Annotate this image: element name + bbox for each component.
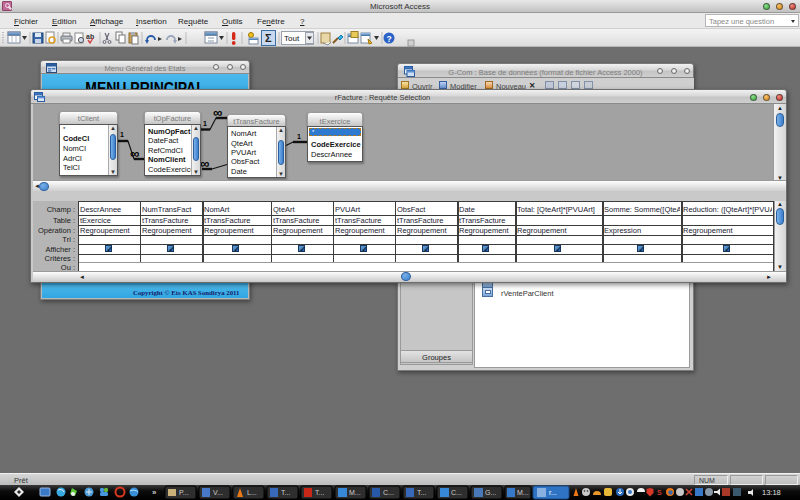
- svg-text:C...: C...: [451, 489, 462, 496]
- svg-text:?: ?: [387, 34, 392, 44]
- svg-text:G...: G...: [485, 489, 496, 496]
- svg-text:1: 1: [120, 131, 124, 138]
- svg-text:1: 1: [297, 133, 301, 140]
- svg-text:T...: T...: [281, 489, 290, 496]
- svg-text:P...: P...: [179, 489, 189, 496]
- svg-text:∞: ∞: [130, 146, 139, 161]
- svg-text:S: S: [657, 489, 662, 496]
- svg-text:1: 1: [203, 120, 207, 127]
- svg-text:Tout: Tout: [284, 34, 300, 43]
- svg-text:L...: L...: [247, 489, 257, 496]
- svg-text:13:18: 13:18: [762, 488, 781, 497]
- svg-text:V...: V...: [213, 489, 223, 496]
- svg-text:Σ: Σ: [265, 32, 272, 44]
- svg-text:M...: M...: [349, 489, 361, 496]
- svg-text:∞: ∞: [213, 105, 222, 120]
- svg-text:C...: C...: [383, 489, 394, 496]
- svg-text:∞: ∞: [200, 156, 209, 171]
- svg-text:r...: r...: [549, 489, 557, 496]
- svg-text:M...: M...: [517, 489, 529, 496]
- svg-text:T...: T...: [315, 489, 324, 496]
- svg-text:»: »: [152, 488, 157, 497]
- svg-text:T...: T...: [417, 489, 426, 496]
